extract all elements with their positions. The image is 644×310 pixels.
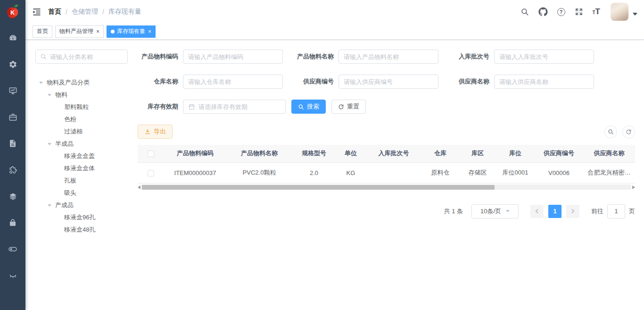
expiry-date-input[interactable]	[198, 103, 281, 110]
header-search-button[interactable]	[516, 8, 534, 16]
horizontal-scrollbar	[138, 184, 635, 191]
sidebar-item-dashboard[interactable]	[0, 25, 25, 51]
sidebar-item-security[interactable]	[0, 209, 25, 236]
field-label: 仓库名称	[138, 77, 183, 86]
tree-node-leaf[interactable]: 移液盒盒体	[35, 162, 128, 175]
tree-node-leaf[interactable]: 孔板	[35, 175, 128, 187]
tree-node-leaf[interactable]: 色粉	[35, 113, 128, 126]
filter-item-code: 产品物料编码	[138, 50, 283, 64]
github-link-button[interactable]	[534, 7, 553, 17]
select-all-checkbox[interactable]	[148, 151, 154, 157]
cell-supplier-code: V00006	[535, 162, 583, 183]
close-icon[interactable]: ×	[148, 29, 151, 34]
goto-page-input[interactable]	[607, 204, 625, 218]
tree-node-leaf[interactable]: 吸头	[35, 187, 128, 199]
item-code-input[interactable]	[188, 53, 278, 60]
col-item-name: 产品物料名称	[226, 145, 292, 162]
navbar-right-icons: ? TT	[516, 3, 638, 21]
tree-search-input[interactable]	[50, 53, 123, 60]
user-menu[interactable]	[611, 3, 637, 21]
tab-home[interactable]: 首页	[33, 25, 52, 38]
col-zone: 库区	[459, 145, 496, 162]
sidebar-item-plugins[interactable]	[0, 157, 25, 183]
tree-node-label: 吸头	[64, 189, 76, 197]
tab-material-product-mgmt[interactable]: 物料产品管理 ×	[55, 25, 104, 38]
question-icon: ?	[557, 8, 565, 16]
monitor-chart-icon	[8, 86, 17, 95]
close-icon[interactable]: ×	[96, 29, 99, 34]
page-size-select[interactable]: 10条/页	[471, 204, 519, 218]
tree-node-material[interactable]: 物料	[35, 89, 128, 101]
tree-node-label: 塑料颗粒	[64, 103, 89, 111]
field-label: 供应商名称	[449, 77, 494, 86]
search-icon	[608, 129, 614, 135]
refresh-table-button[interactable]	[622, 126, 635, 138]
page-content: 物料及产品分类 物料 塑料颗粒 色粉 过滤棉 半成品 移液盒盒盖 移液盒盒体 孔…	[25, 40, 644, 310]
next-page-button[interactable]	[566, 205, 579, 218]
tree-node-leaf[interactable]: 塑料颗粒	[35, 101, 128, 113]
sidebar-item-hide[interactable]	[0, 262, 25, 289]
field-label: 产品物料编码	[138, 52, 183, 61]
supplier-name-input[interactable]	[499, 78, 589, 85]
row-checkbox[interactable]	[148, 170, 154, 176]
fullscreen-button[interactable]	[570, 8, 588, 16]
filter-supplier-code: 供应商编号	[293, 75, 438, 89]
chevron-down-icon	[506, 210, 510, 212]
batch-no-input[interactable]	[499, 53, 589, 60]
col-unit: 单位	[336, 145, 366, 162]
search-icon	[298, 104, 304, 110]
scrollbar-thumb[interactable]	[142, 185, 495, 190]
tree-node-label: 移液盒盒体	[64, 164, 95, 173]
sidebar-toggle-button[interactable]	[32, 7, 41, 17]
sidebar-item-layers[interactable]	[0, 183, 25, 209]
font-size-button[interactable]: TT	[588, 7, 605, 17]
sidebar-item-switch[interactable]	[0, 236, 25, 262]
tree-node-leaf[interactable]: 移液盒48孔	[35, 224, 128, 236]
toggle-search-button[interactable]	[604, 126, 617, 138]
field-label: 库存有效期	[138, 102, 183, 111]
sidebar-item-document[interactable]	[0, 130, 25, 157]
tree-node-root[interactable]: 物料及产品分类	[35, 76, 128, 89]
font-size-icon: TT	[593, 7, 601, 17]
cell-warehouse: 原料仓	[421, 162, 459, 183]
main-column: 首页 / 仓储管理 / 库存现有量 ?	[25, 0, 644, 310]
page-size-value: 10条/页	[480, 207, 501, 216]
tree-node-finished[interactable]: 产成品	[35, 199, 128, 211]
calendar-icon	[188, 103, 195, 110]
tree-node-leaf[interactable]: 移液盒96孔	[35, 211, 128, 224]
tree-node-leaf[interactable]: 过滤棉	[35, 126, 128, 138]
category-tree-panel: 物料及产品分类 物料 塑料颗粒 色粉 过滤棉 半成品 移液盒盒盖 移液盒盒体 孔…	[35, 50, 128, 310]
scrollbar-track[interactable]	[141, 184, 631, 190]
search-button[interactable]: 搜索	[291, 100, 326, 114]
fullscreen-icon	[575, 8, 583, 16]
help-button[interactable]: ?	[553, 8, 570, 16]
warehouse-input[interactable]	[188, 78, 278, 85]
hamburger-icon	[32, 7, 41, 17]
expiry-date-picker[interactable]	[183, 100, 286, 114]
filter-form: 产品物料编码 产品物料名称 入库批次号	[138, 50, 635, 114]
sidebar-item-system[interactable]	[0, 51, 25, 77]
avatar[interactable]	[611, 3, 628, 21]
tree-node-leaf[interactable]: 移液盒盒盖	[35, 150, 128, 162]
tree-node-label: 产成品	[55, 201, 74, 209]
scroll-right-arrow[interactable]	[632, 185, 635, 189]
table-row[interactable]: ITEM00000037 PVC2.0颗粒 2.0 KG 原料仓 存储区 库位0…	[138, 162, 635, 183]
cell-spec: 2.0	[292, 162, 336, 183]
breadcrumb-home[interactable]: 首页	[48, 8, 61, 16]
current-page-button[interactable]: 1	[548, 205, 561, 218]
scroll-left-arrow[interactable]	[138, 185, 140, 189]
reset-button[interactable]: 重置	[331, 100, 366, 114]
tab-inventory-onhand[interactable]: 库存现有量 ×	[107, 25, 156, 38]
item-name-input[interactable]	[344, 53, 433, 60]
sidebar-item-tools[interactable]	[0, 104, 25, 130]
cell-item-name: PVC2.0颗粒	[226, 162, 292, 183]
puzzle-icon	[8, 166, 17, 175]
prev-page-button[interactable]	[530, 205, 544, 218]
sidebar-item-monitor[interactable]	[0, 77, 25, 104]
supplier-code-input[interactable]	[344, 78, 433, 85]
sidebar-menu	[0, 25, 25, 289]
field-label: 产品物料名称	[293, 52, 339, 61]
export-button[interactable]: 导出	[138, 125, 173, 139]
tree-node-semifinished[interactable]: 半成品	[35, 138, 128, 150]
app-logo[interactable]: K	[0, 0, 25, 24]
